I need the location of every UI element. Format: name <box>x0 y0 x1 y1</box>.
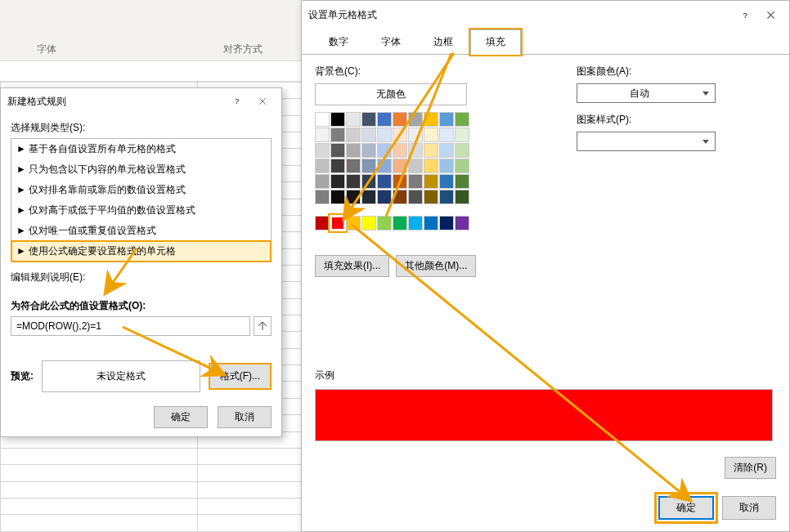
color-swatch[interactable] <box>439 190 454 204</box>
rule-type-item[interactable]: ► 仅对唯一值或重复值设置格式 <box>11 221 271 241</box>
standard-color-swatch[interactable] <box>455 216 469 230</box>
color-swatch[interactable] <box>377 159 392 173</box>
color-swatch[interactable] <box>361 112 376 127</box>
tab-数字[interactable]: 数字 <box>313 29 364 55</box>
color-swatch[interactable] <box>408 127 423 142</box>
standard-color-swatch[interactable] <box>393 216 407 230</box>
rule-type-list[interactable]: ► 基于各自值设置所有单元格的格式► 只为包含以下内容的单元格设置格式► 仅对排… <box>11 138 272 262</box>
rule-type-item[interactable]: ► 使用公式确定要设置格式的单元格 <box>11 241 271 262</box>
fmt-help-button[interactable]: ? <box>734 3 758 26</box>
color-swatch[interactable] <box>408 143 423 158</box>
color-swatch[interactable] <box>361 190 376 204</box>
rule-type-item[interactable]: ► 仅对高于或低于平均值的数值设置格式 <box>11 200 271 221</box>
color-swatch[interactable] <box>424 174 438 189</box>
standard-color-swatch[interactable] <box>315 216 330 230</box>
color-swatch[interactable] <box>330 159 345 173</box>
rule-dialog-titlebar[interactable]: 新建格式规则 ? <box>1 88 281 114</box>
help-button[interactable]: ? <box>226 90 250 113</box>
color-swatch[interactable] <box>455 127 469 142</box>
rule-type-item[interactable]: ► 只为包含以下内容的单元格设置格式 <box>11 159 271 180</box>
fmt-cancel-button[interactable]: 取消 <box>722 496 776 520</box>
color-swatch[interactable] <box>315 159 330 173</box>
no-color-button[interactable]: 无颜色 <box>315 83 467 105</box>
color-swatch[interactable] <box>439 174 454 189</box>
color-swatch[interactable] <box>455 174 469 189</box>
color-swatch[interactable] <box>455 112 469 127</box>
color-swatch[interactable] <box>361 159 376 173</box>
color-swatch[interactable] <box>393 143 407 158</box>
fill-effects-button[interactable]: 填充效果(I)... <box>315 255 389 277</box>
tab-填充[interactable]: 填充 <box>470 29 521 55</box>
color-swatch[interactable] <box>424 112 438 127</box>
format-button[interactable]: 格式(F)... <box>209 363 272 390</box>
color-swatch[interactable] <box>315 190 330 204</box>
color-swatch[interactable] <box>455 143 469 158</box>
color-swatch[interactable] <box>377 112 392 127</box>
color-swatch[interactable] <box>361 174 376 189</box>
rule-type-item[interactable]: ► 基于各自值设置所有单元格的格式 <box>11 139 271 159</box>
color-swatch[interactable] <box>315 174 330 189</box>
color-swatch[interactable] <box>315 127 330 142</box>
color-swatch[interactable] <box>455 159 469 173</box>
color-swatch[interactable] <box>408 112 423 127</box>
color-swatch[interactable] <box>393 190 407 204</box>
color-swatch[interactable] <box>330 174 345 189</box>
close-button[interactable] <box>250 90 275 113</box>
pattern-style-select[interactable] <box>577 132 716 151</box>
color-swatch[interactable] <box>330 143 345 158</box>
color-swatch[interactable] <box>346 127 361 142</box>
color-swatch[interactable] <box>361 143 376 158</box>
color-swatch[interactable] <box>315 112 330 127</box>
tab-边框[interactable]: 边框 <box>418 29 469 55</box>
standard-color-swatch[interactable] <box>330 216 345 230</box>
color-swatch[interactable] <box>330 127 345 142</box>
standard-color-swatch[interactable] <box>408 216 423 230</box>
color-swatch[interactable] <box>439 127 454 142</box>
color-swatch[interactable] <box>361 127 376 142</box>
color-swatch[interactable] <box>315 143 330 158</box>
color-swatch[interactable] <box>377 127 392 142</box>
color-swatch[interactable] <box>346 159 361 173</box>
color-swatch[interactable] <box>408 190 423 204</box>
color-swatch[interactable] <box>330 112 345 127</box>
color-swatch[interactable] <box>439 159 454 173</box>
formula-input[interactable] <box>11 316 250 336</box>
color-swatch[interactable] <box>346 190 361 204</box>
color-swatch[interactable] <box>346 143 361 158</box>
standard-color-swatch[interactable] <box>361 216 376 230</box>
color-swatch[interactable] <box>377 174 392 189</box>
color-swatch[interactable] <box>439 143 454 158</box>
color-swatch[interactable] <box>424 127 438 142</box>
color-swatch[interactable] <box>408 174 423 189</box>
color-swatch[interactable] <box>346 174 361 189</box>
color-swatch[interactable] <box>330 190 345 204</box>
standard-color-swatch[interactable] <box>346 216 361 230</box>
color-swatch[interactable] <box>393 112 407 127</box>
color-swatch[interactable] <box>346 112 361 127</box>
color-swatch[interactable] <box>424 190 438 204</box>
other-colors-button[interactable]: 其他颜色(M)... <box>396 255 476 277</box>
standard-color-swatch[interactable] <box>377 216 392 230</box>
range-picker-icon[interactable] <box>254 316 272 336</box>
color-swatch[interactable] <box>439 112 454 127</box>
fmt-ok-button[interactable]: 确定 <box>658 496 714 520</box>
rule-type-item[interactable]: ► 仅对排名靠前或靠后的数值设置格式 <box>11 180 271 200</box>
rule-ok-button[interactable]: 确定 <box>154 406 208 428</box>
pattern-color-select[interactable]: 自动 <box>577 83 716 103</box>
color-swatch[interactable] <box>424 159 438 173</box>
color-swatch[interactable] <box>393 159 407 173</box>
standard-color-swatch[interactable] <box>424 216 438 230</box>
color-swatch[interactable] <box>455 190 469 204</box>
fmt-dialog-titlebar[interactable]: 设置单元格格式 ? <box>302 1 789 29</box>
clear-button[interactable]: 清除(R) <box>725 457 776 479</box>
color-swatch[interactable] <box>377 190 392 204</box>
rule-cancel-button[interactable]: 取消 <box>218 406 272 428</box>
tab-字体[interactable]: 字体 <box>366 29 416 55</box>
color-swatch[interactable] <box>424 143 438 158</box>
color-swatch[interactable] <box>393 127 407 142</box>
standard-color-swatch[interactable] <box>439 216 454 230</box>
color-swatch[interactable] <box>393 174 407 189</box>
color-swatch[interactable] <box>377 143 392 158</box>
fmt-close-button[interactable] <box>758 3 783 26</box>
color-swatch[interactable] <box>408 159 423 173</box>
